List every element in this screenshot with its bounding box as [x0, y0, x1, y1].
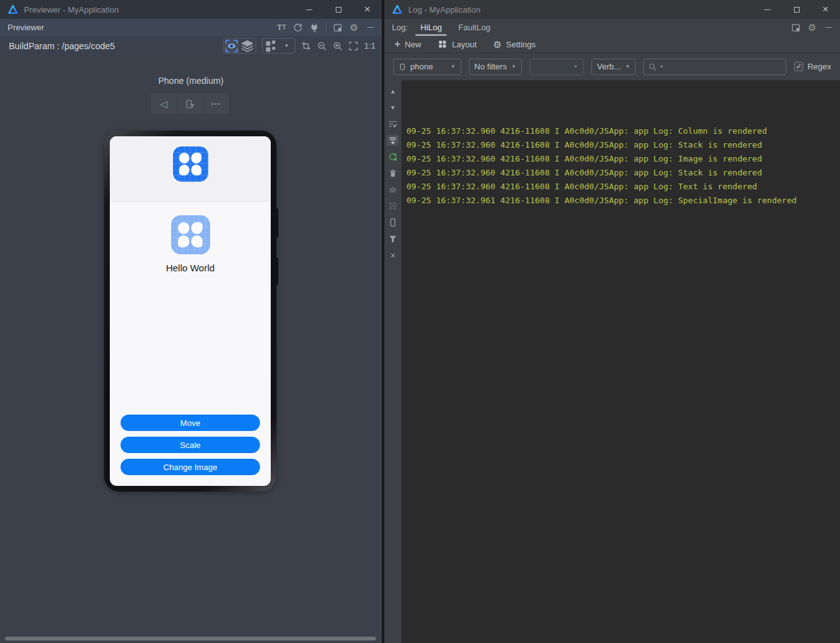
preview-canvas: Phone (medium) ◁ ••• [0, 56, 382, 643]
frame-select-icon[interactable] [301, 41, 311, 51]
log-line[interactable]: 09-25 16:37:32.960 4216-11608 I A0c0d0/J… [406, 124, 840, 138]
new-log-button[interactable]: + New [394, 38, 421, 50]
previewer-toolbar: BuildParam : /pages/code5 [0, 36, 382, 56]
close-window-icon[interactable]: × [353, 0, 382, 19]
phone-volume-button [275, 208, 278, 238]
log-tab-hilog[interactable]: HiLog [417, 19, 446, 36]
previewer-tab-label[interactable]: Previewer [8, 23, 44, 32]
plug-inspect-icon[interactable] [309, 23, 319, 33]
log-line[interactable]: 09-25 16:37:32.960 4216-11608 I A0c0d0/J… [406, 166, 840, 180]
log-settings-gear-icon[interactable]: ⚙ [807, 23, 817, 33]
maximize-window-icon[interactable] [324, 0, 353, 19]
search-history-caret-icon[interactable]: ▼ [660, 64, 664, 69]
phone-action-button[interactable]: Move [121, 415, 260, 431]
log-label: Log: [392, 23, 408, 32]
maximize-window-icon[interactable] [782, 0, 811, 19]
clear-log-trash-icon[interactable] [387, 168, 399, 179]
chevron-down-icon: ▼ [573, 64, 578, 69]
plus-icon: + [394, 38, 400, 50]
settings-button[interactable]: ⚙ Settings [493, 40, 535, 49]
deveco-logo-icon [8, 4, 18, 15]
device-select-value: phone [410, 62, 433, 71]
hide-panel-icon[interactable] [824, 23, 834, 33]
log-search-field[interactable]: ▼ [643, 59, 786, 75]
save-log-icon[interactable] [387, 201, 399, 211]
filter-select[interactable]: No filters ▼ [469, 59, 522, 75]
phone-power-button [275, 257, 278, 285]
components-grid-icon[interactable] [263, 39, 278, 52]
app-logo-image [173, 146, 208, 182]
log-filter-row: phone ▼ No filters ▼ ▼ Verb... ▼ ▼ ✓ Re [384, 53, 840, 80]
log-line[interactable]: 09-25 16:37:32.960 4216-11608 I A0c0d0/J… [406, 152, 840, 166]
export-briefcase-icon[interactable] [387, 184, 399, 195]
filter-funnel-icon[interactable] [387, 233, 399, 244]
zoom-out-icon[interactable] [317, 41, 327, 51]
panel-layout-icon[interactable] [791, 23, 801, 33]
layers-icon[interactable] [240, 39, 255, 52]
device-phone-icon [399, 62, 406, 72]
panel-layout-icon[interactable] [333, 23, 343, 33]
rotate-device-icon[interactable] [177, 93, 203, 114]
inspector-toggle-group [223, 38, 256, 54]
previewer-window-title: Previewer - MyApplication [24, 5, 119, 15]
layout-grid-icon [437, 39, 447, 49]
log-output[interactable]: 09-25 16:37:32.960 4216-11608 I A0c0d0/J… [401, 80, 840, 643]
close-window-icon[interactable]: × [811, 0, 840, 19]
scroll-to-end-icon[interactable] [387, 135, 399, 146]
regex-checkbox[interactable]: ✓ [794, 62, 803, 71]
log-line[interactable]: 09-25 16:37:32.960 4216-11608 I A0c0d0/J… [406, 138, 840, 152]
phone-mockup: Hello World MoveScaleChange Image [104, 131, 276, 492]
close-log-icon[interactable]: × [387, 250, 399, 261]
device-select[interactable]: phone ▼ [393, 59, 461, 75]
minimize-window-icon[interactable] [753, 0, 782, 19]
horizontal-scrollbar[interactable] [5, 637, 376, 640]
device-log-icon[interactable] [387, 217, 399, 228]
log-tab-faultlog[interactable]: FaultLog [454, 19, 494, 36]
action-button-stack: MoveScaleChange Image [121, 415, 260, 475]
previewer-window: Previewer - MyApplication × Previewer TT [0, 0, 382, 643]
refresh-icon[interactable] [293, 23, 303, 33]
hide-panel-icon[interactable] [365, 23, 376, 33]
log-body: ▲ ▼ [384, 80, 840, 643]
more-options-icon[interactable]: ••• [203, 93, 229, 114]
process-select[interactable]: ▼ [529, 59, 584, 75]
app-logo-image-faded [171, 215, 210, 254]
log-line[interactable]: 09-25 16:37:32.960 4216-11608 I A0c0d0/J… [406, 180, 840, 194]
log-line[interactable]: 09-25 16:37:32.961 4216-11608 I A0c0d0/J… [406, 194, 840, 208]
inspector-eye-icon[interactable] [224, 39, 239, 52]
previewer-settings-gear-icon[interactable]: ⚙ [349, 23, 359, 33]
layout-button[interactable]: Layout [437, 39, 476, 49]
scroll-up-icon[interactable]: ▲ [387, 86, 399, 97]
toolbar-separator [326, 23, 326, 32]
scroll-down-icon[interactable]: ▼ [387, 102, 399, 113]
chevron-down-icon: ▼ [625, 64, 630, 69]
chevron-down-icon: ▼ [451, 64, 456, 69]
phone-action-button[interactable]: Change Image [121, 459, 260, 475]
restart-session-icon[interactable] [387, 151, 399, 162]
log-tab-row: Log: HiLogFaultLog ⚙ [384, 19, 840, 36]
filter-select-value: No filters [475, 62, 507, 71]
zoom-ratio-label[interactable]: 1:1 [364, 41, 376, 50]
log-window: Log - MyApplication × Log: HiLogFaultLog… [384, 0, 840, 643]
minimize-window-icon[interactable] [295, 0, 324, 19]
back-navigation-icon[interactable]: ◁ [151, 93, 177, 114]
search-icon [648, 62, 657, 72]
phone-action-button[interactable]: Scale [121, 437, 260, 453]
device-nav-group: ◁ ••• [151, 93, 229, 114]
device-profile-label: Phone (medium) [0, 76, 382, 86]
settings-gear-icon: ⚙ [493, 40, 501, 49]
fit-to-screen-icon[interactable] [348, 41, 358, 51]
log-side-toolbar: ▲ ▼ [384, 80, 401, 643]
regex-label: Regex [807, 62, 831, 71]
log-level-select[interactable]: Verb... ▼ [591, 59, 636, 75]
zoom-in-icon[interactable] [333, 41, 343, 51]
soft-wrap-icon[interactable] [387, 119, 399, 129]
log-titlebar: Log - MyApplication × [384, 0, 840, 19]
search-input[interactable] [666, 62, 781, 71]
deveco-logo-icon [392, 4, 403, 15]
hello-world-text: Hello World [110, 263, 271, 273]
previewer-titlebar: Previewer - MyApplication × [0, 0, 382, 19]
font-size-icon[interactable]: TT [276, 23, 287, 33]
log-level-select-value: Verb... [597, 62, 621, 71]
components-dropdown-caret-icon[interactable]: ▼ [279, 39, 294, 52]
